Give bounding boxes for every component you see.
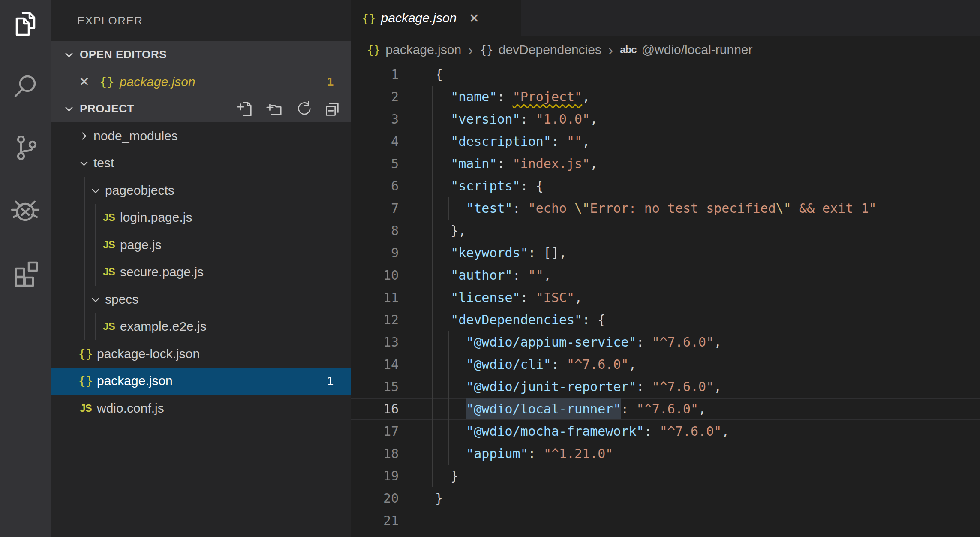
code-line-1[interactable]: 1{: [351, 63, 980, 86]
line-number: 12: [351, 309, 399, 331]
chevron-down-icon: [78, 157, 90, 169]
code-text: [399, 510, 435, 532]
code-line-7[interactable]: 7 "test": "echo \"Error: no test specifi…: [351, 197, 980, 220]
line-number: 3: [351, 108, 399, 130]
indent-guide: [84, 177, 85, 340]
warning-badge: 1: [327, 75, 334, 89]
tree-item-package-json[interactable]: {}package.json1: [51, 368, 351, 395]
chevron-right-icon: ›: [608, 42, 613, 58]
code-line-4[interactable]: 4 "description": "",: [351, 130, 980, 153]
code-line-16[interactable]: 16 "@wdio/local-runner": "^7.6.0",: [351, 398, 980, 420]
tree-item-specs[interactable]: specs: [51, 286, 351, 313]
line-number: 19: [351, 465, 399, 487]
code-text: "keywords": [],: [399, 242, 567, 264]
code-text: }: [399, 487, 443, 510]
debug-activity-button[interactable]: [9, 194, 42, 226]
code-text: "author": "",: [399, 264, 551, 287]
tree-item-pageobjects[interactable]: pageobjects: [51, 177, 351, 204]
chevron-down-icon: [63, 103, 75, 115]
breadcrumb-item-file[interactable]: {} package.json: [367, 42, 461, 57]
indent-guide: [448, 331, 449, 465]
code-text: "description": "",: [399, 130, 590, 153]
file-name: node_modules: [93, 129, 178, 143]
line-number: 7: [351, 197, 399, 220]
tree-item-package-lock-json[interactable]: {}package-lock.json: [51, 340, 351, 368]
code-text: "@wdio/local-runner": "^7.6.0",: [399, 398, 706, 420]
line-number: 17: [351, 420, 399, 443]
code-line-13[interactable]: 13 "@wdio/appium-service": "^7.6.0",: [351, 331, 980, 353]
code-line-17[interactable]: 17 "@wdio/mocha-framework": "^7.6.0",: [351, 420, 980, 443]
file-name: secure.page.js: [120, 265, 204, 279]
chevron-down-icon: [63, 48, 75, 61]
line-number: 14: [351, 353, 399, 376]
new-folder-button[interactable]: [265, 100, 283, 118]
code-text: "main": "index.js",: [399, 153, 598, 175]
tree-item-node-modules[interactable]: node_modules: [51, 122, 351, 150]
code-line-21[interactable]: 21: [351, 510, 980, 532]
code-line-19[interactable]: 19 }: [351, 465, 980, 487]
breadcrumb: {} package.json › {} devDependencies › a…: [351, 36, 980, 63]
code-line-10[interactable]: 10 "author": "",: [351, 264, 980, 287]
file-name: login.page.js: [120, 210, 192, 225]
source-control-icon: [10, 132, 41, 165]
line-number: 16: [351, 398, 399, 420]
line-number: 20: [351, 487, 399, 510]
file-name: specs: [105, 292, 138, 307]
code-line-11[interactable]: 11 "license": "ISC",: [351, 287, 980, 309]
code-text: "@wdio/cli": "^7.6.0",: [399, 353, 637, 376]
line-number: 9: [351, 242, 399, 264]
file-name: pageobjects: [105, 183, 174, 198]
js-file-icon: JS: [78, 402, 93, 414]
code-text: "test": "echo \"Error: no test specified…: [399, 197, 877, 220]
string-symbol-icon: abc: [620, 44, 636, 56]
source-control-activity-button[interactable]: [9, 132, 42, 165]
indent-guide: [95, 313, 96, 340]
code-line-6[interactable]: 6 "scripts": {: [351, 175, 980, 197]
explorer-sidebar: EXPLORER OPEN EDITORS ✕ {} package.json …: [51, 0, 351, 537]
object-symbol-icon: {}: [480, 43, 493, 56]
line-number: 18: [351, 443, 399, 465]
code-editor[interactable]: 1{2 "name": "Project",3 "version": "1.0.…: [351, 63, 980, 532]
close-icon[interactable]: ✕: [469, 11, 479, 26]
code-line-8[interactable]: 8 },: [351, 220, 980, 242]
breadcrumb-item-local-runner[interactable]: abc @wdio/local-runner: [620, 42, 752, 57]
code-line-5[interactable]: 5 "main": "index.js",: [351, 153, 980, 175]
extensions-icon: [10, 256, 41, 288]
js-file-icon: JS: [101, 211, 117, 223]
js-file-icon: JS: [101, 239, 117, 251]
debug-icon: [10, 194, 41, 226]
line-number: 11: [351, 287, 399, 309]
code-line-12[interactable]: 12 "devDependencies": {: [351, 309, 980, 331]
extensions-activity-button[interactable]: [9, 256, 42, 288]
code-line-2[interactable]: 2 "name": "Project",: [351, 86, 980, 108]
refresh-button[interactable]: [294, 100, 312, 118]
project-label: PROJECT: [80, 102, 134, 115]
line-number: 4: [351, 130, 399, 153]
code-text: "@wdio/appium-service": "^7.6.0",: [399, 331, 721, 353]
code-line-3[interactable]: 3 "version": "1.0.0",: [351, 108, 980, 130]
file-name: wdio.conf.js: [97, 401, 164, 416]
activity-bar: [0, 0, 51, 537]
json-file-icon: {}: [367, 43, 380, 56]
tab-package-json[interactable]: {} package.json ✕: [351, 0, 521, 36]
tree-item-test[interactable]: test: [51, 150, 351, 177]
project-header[interactable]: PROJECT: [51, 95, 351, 122]
code-line-20[interactable]: 20}: [351, 487, 980, 510]
code-line-9[interactable]: 9 "keywords": [],: [351, 242, 980, 264]
collapse-all-button[interactable]: [323, 100, 341, 118]
search-activity-button[interactable]: [9, 70, 42, 103]
breadcrumb-item-devdependencies[interactable]: {} devDependencies: [480, 42, 601, 57]
new-file-button[interactable]: [236, 100, 254, 118]
open-editors-header[interactable]: OPEN EDITORS: [51, 41, 351, 68]
json-file-icon: {}: [362, 12, 376, 25]
open-editor-item-package-json[interactable]: ✕ {} package.json 1: [51, 68, 351, 95]
file-name: page.js: [120, 238, 162, 252]
tree-item-wdio-conf-js[interactable]: JSwdio.conf.js: [51, 395, 351, 422]
project-actions: [236, 100, 341, 118]
code-line-15[interactable]: 15 "@wdio/junit-reporter": "^7.6.0",: [351, 376, 980, 398]
close-icon[interactable]: ✕: [79, 74, 93, 89]
explorer-activity-button[interactable]: [9, 9, 42, 41]
file-name: test: [93, 156, 114, 170]
code-line-18[interactable]: 18 "appium": "^1.21.0": [351, 443, 980, 465]
code-line-14[interactable]: 14 "@wdio/cli": "^7.6.0",: [351, 353, 980, 376]
